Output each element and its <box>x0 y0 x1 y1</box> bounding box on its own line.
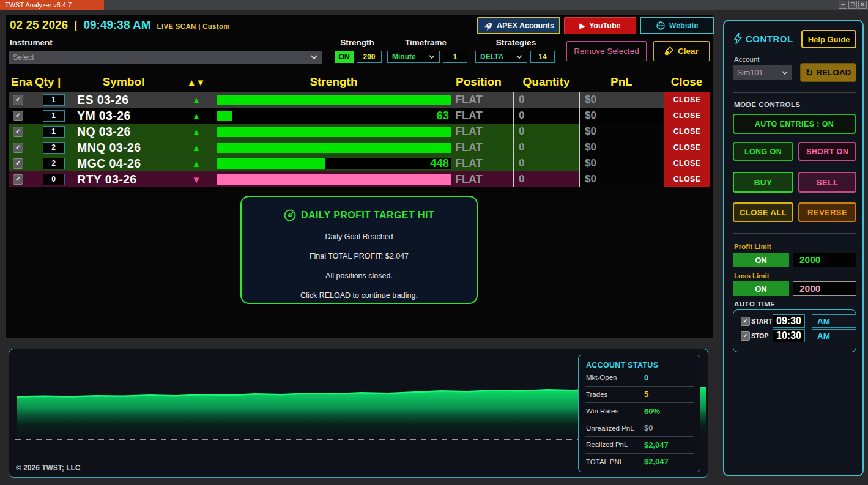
start-meridiem-select[interactable]: AM <box>812 314 856 328</box>
qty-input[interactable]: 1 <box>43 126 65 138</box>
window-controls: – □ × <box>839 1 867 9</box>
website-button[interactable]: Website <box>640 17 714 34</box>
restore-button[interactable]: □ <box>848 1 857 9</box>
header-qty[interactable]: Qty | <box>35 72 72 92</box>
strength-value-input[interactable]: 200 <box>357 51 382 63</box>
short-toggle[interactable]: SHORT ON <box>798 142 856 161</box>
account-select[interactable]: Sim101 <box>733 65 792 80</box>
control-title: CONTROL <box>746 34 793 44</box>
minimize-button[interactable]: – <box>839 1 847 9</box>
stop-checkbox[interactable]: ✔ <box>741 331 750 341</box>
auto-entries-toggle[interactable]: AUTO ENTRIES : ON <box>733 114 856 134</box>
close-button[interactable]: CLOSE <box>664 124 710 139</box>
qty-cell: 0 <box>35 171 72 187</box>
up-arrow-icon: ▲ <box>192 143 201 153</box>
close-window-button[interactable]: × <box>858 1 867 9</box>
stop-time-input[interactable]: 10:30 <box>773 329 805 342</box>
direction-cell: ▼ <box>176 171 217 187</box>
header-pnl[interactable]: PnL <box>579 72 664 92</box>
table-row: ✔2MGC 04-26▲448FLAT0$0CLOSE <box>9 155 710 171</box>
timeframe-interval-input[interactable]: 1 <box>443 51 467 63</box>
header-close[interactable]: Close <box>664 72 710 92</box>
enabled-checkbox[interactable]: ✔ <box>13 174 23 185</box>
account-status-row: TOTAL PNL$2,047 <box>585 454 694 471</box>
timeframe-select[interactable]: Minute <box>387 51 440 63</box>
enabled-checkbox[interactable]: ✔ <box>13 143 23 153</box>
instrument-select[interactable]: Select <box>9 51 322 64</box>
close-button[interactable]: CLOSE <box>664 108 710 124</box>
header-sort-arrows[interactable]: ▲▼ <box>176 72 217 92</box>
ena-cell: ✔ <box>9 139 35 155</box>
help-guide-button[interactable]: Help Guide <box>801 30 856 48</box>
status-label: Realized PnL <box>585 441 628 448</box>
status-label: Mkt-Open <box>585 374 617 381</box>
start-label: START <box>751 317 772 325</box>
reload-button[interactable]: ↻ RELOAD <box>800 63 856 82</box>
profit-limit-toggle[interactable]: ON <box>733 253 789 267</box>
up-arrow-icon: ▲ <box>192 127 201 137</box>
sell-button[interactable]: SELL <box>798 172 856 193</box>
direction-cell: ▲ <box>176 92 217 108</box>
profit-limit-label: Profit Limit <box>734 243 771 250</box>
control-sidebar: CONTROL Help Guide Account Sim101 ↻ RELO… <box>723 20 864 476</box>
start-time-input[interactable]: 09:30 <box>773 314 805 328</box>
ena-cell: ✔ <box>9 124 35 139</box>
apex-accounts-button[interactable]: APEX Accounts <box>477 17 560 34</box>
pnl-cell: $0 <box>579 124 664 139</box>
header-strength[interactable]: Strength <box>217 72 451 92</box>
target-icon <box>284 209 296 221</box>
stop-meridiem-select[interactable]: AM <box>812 329 856 342</box>
ena-cell: ✔ <box>9 171 35 187</box>
enabled-checkbox[interactable]: ✔ <box>13 111 23 121</box>
chevron-down-icon <box>429 55 435 59</box>
long-toggle[interactable]: LONG ON <box>733 142 793 161</box>
remove-selected-button[interactable]: Remove Selected <box>566 41 647 61</box>
enabled-checkbox[interactable]: ✔ <box>13 158 23 169</box>
close-all-button[interactable]: CLOSE ALL <box>733 202 793 222</box>
qty-input[interactable]: 1 <box>43 94 65 106</box>
strategy-select[interactable]: DELTA <box>475 51 527 63</box>
start-checkbox[interactable]: ✔ <box>741 317 750 326</box>
instruments-table: Ena Qty | Symbol ▲▼ Strength Position Qu… <box>9 72 710 187</box>
header-symbol[interactable]: Symbol <box>72 72 176 92</box>
header-quantity[interactable]: Quantity <box>513 72 579 92</box>
account-status-row: Realized PnL$2,047 <box>585 437 694 454</box>
strength-cell <box>217 92 451 108</box>
enabled-checkbox[interactable]: ✔ <box>13 127 23 137</box>
qty-input[interactable]: 1 <box>43 110 65 122</box>
profit-limit-input[interactable]: 2000 <box>793 253 856 267</box>
account-status-panel: ACCOUNT STATUS Mkt-Open0Trades5Win Rates… <box>578 355 700 472</box>
header-position[interactable]: Position <box>451 72 513 92</box>
strength-cell <box>217 171 451 187</box>
pnl-cell: $0 <box>579 155 664 171</box>
youtube-label: YouTube <box>589 21 621 30</box>
qty-input[interactable]: 2 <box>43 158 65 169</box>
strategy-count-input[interactable]: 14 <box>530 51 555 63</box>
close-button[interactable]: CLOSE <box>664 139 710 155</box>
close-button[interactable]: CLOSE <box>664 155 710 171</box>
buy-button[interactable]: BUY <box>733 172 793 193</box>
youtube-button[interactable]: ▶ YouTube <box>564 17 636 34</box>
clear-button[interactable]: Clear <box>653 41 710 61</box>
qty-cell: 1 <box>35 92 72 108</box>
status-label: Trades <box>585 391 607 398</box>
enabled-checkbox[interactable]: ✔ <box>13 95 23 105</box>
strength-bar <box>217 95 451 105</box>
strength-bar <box>217 174 451 185</box>
qty-input[interactable]: 2 <box>43 142 65 154</box>
auto-time-box: ✔START09:30AM✔STOP10:30AM <box>733 309 856 352</box>
strength-bar-track: 448 <box>217 158 451 169</box>
account-status-row: Trades5 <box>585 387 694 404</box>
loss-limit-toggle[interactable]: ON <box>733 281 789 296</box>
position-cell: FLAT <box>451 139 513 155</box>
close-button[interactable]: CLOSE <box>664 171 710 187</box>
up-arrow-icon: ▲ <box>192 111 201 121</box>
reverse-button[interactable]: REVERSE <box>798 202 856 222</box>
strength-toggle[interactable]: ON <box>335 51 354 63</box>
rocket-icon <box>483 21 492 31</box>
loss-limit-input[interactable]: 2000 <box>793 281 856 296</box>
qty-input[interactable]: 0 <box>43 174 65 185</box>
lightning-icon <box>734 33 742 44</box>
close-button[interactable]: CLOSE <box>664 92 710 108</box>
header-ena[interactable]: Ena <box>9 72 35 92</box>
